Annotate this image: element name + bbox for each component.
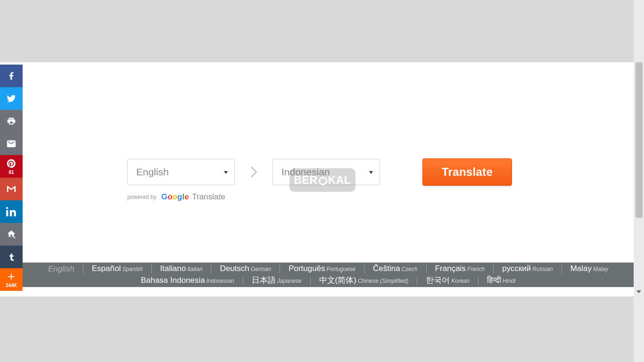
language-english: Hindi [503, 278, 515, 284]
language-english: Czech [402, 266, 418, 272]
language-english: Malay [593, 266, 608, 272]
language-english: Chinese (Simplified) [358, 278, 408, 284]
language-link[interactable]: ČeštinaCzech [364, 263, 426, 274]
language-native: Español [92, 264, 121, 273]
target-language-select[interactable]: Indonesian [272, 159, 380, 185]
linkedin-icon [6, 206, 17, 217]
language-native: Deutsch [220, 264, 249, 273]
language-english: Portuguese [327, 266, 355, 272]
share-pinterest-button[interactable]: 81 [0, 155, 23, 178]
share-more-button[interactable]: 244K [0, 268, 23, 291]
language-native: Français [435, 264, 466, 273]
language-native: 日本語 [252, 276, 276, 285]
language-footer: EnglishEspañolSpanishItalianoItalianDeut… [23, 263, 634, 287]
share-email-button[interactable] [0, 132, 23, 155]
language-english: Korean [451, 278, 470, 284]
language-english: German [251, 266, 271, 272]
twitter-icon [6, 93, 17, 104]
google-translate-logo: Google Translate [161, 192, 225, 202]
language-english: Japanese [277, 278, 302, 284]
language-native: Bahasa Indonesia [141, 276, 205, 285]
language-link[interactable]: हिन्दीHindi [479, 275, 524, 286]
language-link[interactable]: EspañolSpanish [83, 263, 151, 274]
vertical-scrollbar[interactable] [634, 0, 644, 362]
language-native: Italiano [160, 264, 186, 273]
language-link: English [40, 264, 83, 274]
language-english: Italian [187, 266, 202, 272]
language-english: Russian [532, 266, 553, 272]
language-native: Português [289, 264, 325, 273]
language-link[interactable]: 한국어Korean [417, 275, 478, 286]
pinterest-count: 81 [8, 170, 14, 175]
translate-button-label: Translate [442, 165, 493, 179]
language-link[interactable]: Bahasa IndonesiaIndonesian [132, 275, 243, 286]
direction-arrow-icon [244, 159, 263, 185]
source-language-select[interactable]: English [127, 159, 235, 185]
target-language-value: Indonesian [281, 166, 330, 178]
share-gmail-button[interactable] [0, 178, 23, 200]
share-total-count: 244K [6, 283, 17, 288]
scrollbar-down-button[interactable] [634, 288, 644, 296]
language-english: Indonesian [206, 278, 234, 284]
language-link[interactable]: ItalianoItalian [152, 263, 211, 274]
language-english: Spanish [122, 266, 142, 272]
share-linkedin-button[interactable] [0, 200, 23, 223]
share-misc-button[interactable] [0, 223, 23, 246]
translator-panel: English Indonesian Translate powered by … [0, 158, 634, 202]
print-icon [6, 116, 17, 126]
content-area: English Indonesian Translate powered by … [0, 62, 634, 296]
facebook-icon [6, 71, 17, 81]
language-native: Malay [570, 264, 592, 273]
language-native: English [48, 264, 74, 273]
language-link[interactable]: 日本語Japanese [243, 275, 310, 286]
language-link[interactable]: PortuguêsPortuguese [280, 263, 364, 274]
translate-button[interactable]: Translate [422, 158, 512, 186]
pinterest-icon [6, 158, 17, 169]
scrollbar-thumb[interactable] [636, 62, 643, 218]
language-native: русский [502, 264, 531, 273]
language-link[interactable]: DeutschGerman [211, 263, 280, 274]
language-native: 한국어 [426, 276, 450, 285]
language-native: 中文(简体) [319, 276, 356, 285]
email-icon [6, 139, 17, 149]
language-link[interactable]: 中文(简体)Chinese (Simplified) [311, 275, 417, 286]
language-native: Čeština [373, 264, 400, 273]
language-native: हिन्दी [487, 276, 501, 285]
gmail-icon [6, 184, 17, 194]
share-sidebar: 81 244K [0, 65, 23, 291]
powered-by-label: powered by Google Translate [127, 192, 634, 202]
share-twitter-button[interactable] [0, 87, 23, 110]
language-link[interactable]: FrançaisFrench [427, 263, 494, 274]
language-link[interactable]: русскийRussian [494, 263, 561, 274]
source-language-value: English [136, 166, 169, 178]
share-facebook-button[interactable] [0, 65, 23, 87]
house-click-icon [6, 229, 17, 239]
tumblr-icon [6, 252, 17, 262]
share-tumblr-button[interactable] [0, 246, 23, 268]
language-link[interactable]: MalayMalay [562, 263, 617, 274]
share-print-button[interactable] [0, 110, 23, 132]
plus-icon [6, 272, 17, 282]
language-english: French [467, 266, 485, 272]
